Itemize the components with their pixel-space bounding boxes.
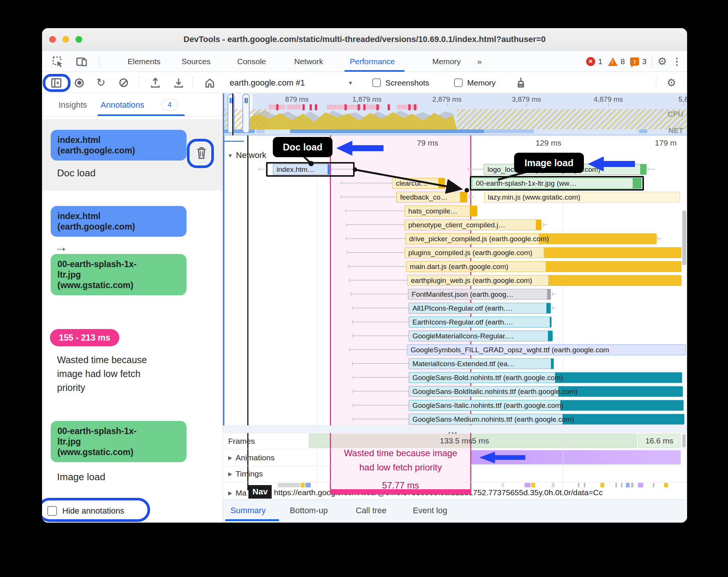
details-tab-summary[interactable]: Summary <box>230 500 266 521</box>
waterfall-scrollbar-thumb[interactable] <box>682 210 686 265</box>
network-request-bar[interactable]: GoogleSans-Medium.nohints.ttf (earth.goo… <box>409 414 684 425</box>
tab-performance[interactable]: Performance <box>350 51 395 72</box>
expand-main-icon[interactable]: ▶ <box>228 490 232 496</box>
network-request-bar[interactable]: All1PIcons-Regular.otf (earth.… <box>409 303 551 314</box>
history-select-caret-icon[interactable]: ▼ <box>347 72 354 93</box>
minimap-right-handle[interactable] <box>242 94 250 133</box>
annotation-link-to-pill[interactable]: 00-earth-splash-1x-ltr.jpg(www.gstatic.c… <box>51 254 187 295</box>
network-request-bar[interactable]: EarthIcons-Regular.otf (earth.… <box>409 317 552 328</box>
collapse-network-icon[interactable]: ▼ <box>227 152 233 159</box>
network-request-bar[interactable]: feedback_co… <box>396 192 467 203</box>
tab-[interactable]: » <box>477 51 482 72</box>
expand-animations-icon[interactable]: ▶ <box>228 455 232 461</box>
minimize-window-button[interactable] <box>62 36 69 43</box>
close-window-button[interactable] <box>49 36 56 43</box>
issues-badge[interactable]: ! 3 <box>630 57 647 66</box>
network-request-bar[interactable]: GoogleSans-Bold.nohints.ttf (earth.googl… <box>409 372 682 383</box>
long-task-marker <box>315 104 317 110</box>
network-request-bar[interactable]: plugins_compiled.js (earth.google.com) <box>405 247 681 258</box>
screenshots-checkbox[interactable] <box>372 78 381 87</box>
request-whisker <box>352 335 409 336</box>
image-load-annotation-label[interactable]: Image load <box>514 153 584 173</box>
hide-annotations-checkbox[interactable] <box>47 506 57 516</box>
request-whisker <box>552 308 555 308</box>
network-request-bar[interactable]: drive_picker_compiled.js (earth.google.c… <box>405 233 657 244</box>
error-badge[interactable]: ✕ 1 <box>586 57 603 66</box>
network-request-bar[interactable]: GoogleSans-Italic.nohints.ttf (earth.goo… <box>409 400 684 411</box>
frames-scrollbar-thumb[interactable] <box>682 434 686 448</box>
request-active-segment <box>539 233 657 244</box>
tab-memory[interactable]: Memory <box>432 51 461 72</box>
screenshots-label: Screenshots <box>385 78 429 87</box>
more-options-icon[interactable]: ⋮ <box>672 57 682 66</box>
screenshot-chip <box>600 483 604 487</box>
active-tab-underline <box>344 70 405 72</box>
annotation-entry-image-load-pill[interactable]: 00-earth-splash-1x-ltr.jpg(www.gstatic.c… <box>51 421 187 462</box>
details-tab-bottomup[interactable]: Bottom-up <box>290 500 328 521</box>
network-request-bar[interactable]: GoogleMaterialIcons-Regular.… <box>409 331 553 341</box>
capture-settings-gear-icon[interactable]: ⚙ <box>665 72 678 93</box>
network-request-bar[interactable]: phenotype_client_compiled.j… <box>405 219 541 230</box>
history-select[interactable]: earth.google.com #1 <box>230 72 305 93</box>
request-label: main.dart.js (earth.google.com) <box>410 263 508 271</box>
details-tab-calltree[interactable]: Call tree <box>356 500 387 521</box>
memory-toggle[interactable]: Memory <box>454 72 496 93</box>
collect-garbage-icon[interactable] <box>514 72 528 93</box>
zoom-window-button[interactable] <box>75 36 82 43</box>
delete-annotation-icon[interactable] <box>195 146 208 160</box>
network-track-header[interactable]: ▼Network <box>227 150 266 160</box>
request-whisker <box>353 405 409 406</box>
long-task-marker <box>302 104 305 110</box>
record-button[interactable] <box>74 72 85 93</box>
frames-track-label: Frames <box>228 437 255 446</box>
network-request-bar[interactable]: lazy.min.js (www.gstatic.com) <box>484 192 680 203</box>
tab-elements[interactable]: Elements <box>128 51 161 72</box>
annotation-link-from-pill[interactable]: index.html(earth.google.com) <box>51 206 187 237</box>
annotation-entry-doc-load-pill[interactable]: index.html(earth.google.com) <box>51 130 187 161</box>
toggle-sidebar-button[interactable] <box>50 72 63 93</box>
network-request-bar[interactable]: FontManifest.json (earth.goog… <box>408 289 551 300</box>
device-toolbar-icon[interactable] <box>76 56 88 68</box>
screenshots-toggle[interactable]: Screenshots <box>372 72 429 93</box>
timeline-overview-minimap[interactable]: CPU NET 879 ms1,879 ms2,879 ms3,879 ms4,… <box>223 93 687 135</box>
hide-annotations-toggle[interactable]: Hide annotations <box>47 506 124 516</box>
network-request-bar[interactable]: GoogleSans-BoldItalic.nohints.ttf (earth… <box>409 386 683 397</box>
warning-count: 8 <box>621 57 625 66</box>
request-label: drive_picker_compiled.js (earth.google.c… <box>409 235 549 243</box>
reload-and-record-button[interactable]: ↻ <box>95 72 107 93</box>
tab-console[interactable]: Console <box>237 51 266 72</box>
request-whisker <box>468 169 484 170</box>
network-request-bar[interactable]: MaterialIcons-Extended.ttf (ea… <box>409 358 554 369</box>
doc-load-annotation-label[interactable]: Doc load <box>273 137 332 157</box>
inspect-element-icon[interactable] <box>52 56 64 68</box>
network-request-bar[interactable]: GoogleSymbols_FILL_GRAD_opsz_wght.ttf (e… <box>407 344 686 355</box>
screenshot-chip <box>531 483 535 487</box>
warning-badge[interactable]: 8 <box>608 57 625 66</box>
minimap-ruler-label: 1,879 ms <box>352 95 382 104</box>
clear-recording-button[interactable] <box>118 72 129 93</box>
network-request-bar[interactable]: hats_compile… <box>405 206 477 216</box>
expand-timings-icon[interactable]: ▶ <box>228 471 232 477</box>
home-icon[interactable] <box>203 72 216 93</box>
tab-insights[interactable]: Insights <box>59 93 87 116</box>
minimap-left-handle[interactable] <box>227 94 235 133</box>
details-tab-eventlog[interactable]: Event log <box>413 500 447 521</box>
screenshot-chip <box>638 483 643 487</box>
request-whisker <box>352 308 409 308</box>
request-label: clearcut… <box>396 179 428 188</box>
settings-gear-icon[interactable]: ⚙ <box>657 56 667 67</box>
memory-checkbox[interactable] <box>454 78 463 87</box>
network-request-bar[interactable]: earthplugin_web.js (earth.google.com) <box>407 275 681 286</box>
performance-timeline: CPU NET 879 ms1,879 ms2,879 ms3,879 ms4,… <box>223 93 687 523</box>
tab-sources[interactable]: Sources <box>182 51 211 72</box>
save-profile-icon[interactable] <box>173 72 185 93</box>
collapsed-rows-ellipsis[interactable]: ... <box>448 425 458 436</box>
minimap-ruler-label: 3,879 ms <box>512 95 541 104</box>
tab-annotations[interactable]: Annotations <box>101 93 144 116</box>
tab-network[interactable]: Network <box>294 51 323 72</box>
network-request-bar[interactable]: main.dart.js (earth.google.com) <box>406 261 681 272</box>
load-profile-icon[interactable] <box>149 72 161 93</box>
annotation-time-range-pill[interactable]: 155 - 213 ms <box>50 329 119 346</box>
network-request-bar[interactable]: clearcut… <box>392 178 445 189</box>
request-whisker <box>469 197 474 197</box>
